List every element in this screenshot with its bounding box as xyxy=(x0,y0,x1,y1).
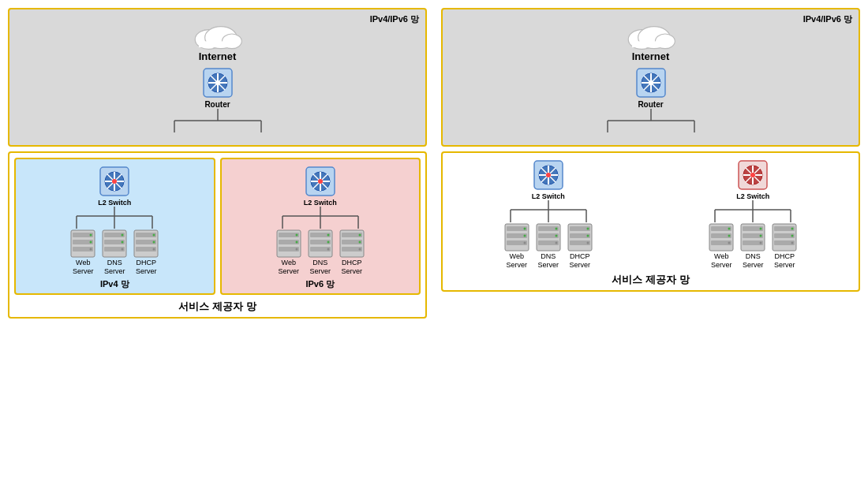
svg-point-114 xyxy=(523,242,526,244)
right-dns-server-left: DNSServer xyxy=(307,229,334,276)
server-rr2 xyxy=(739,222,766,252)
svg-point-160 xyxy=(791,235,794,237)
right-switch-icon-left xyxy=(303,164,338,199)
server-icon-r3 xyxy=(339,229,365,259)
svg-point-153 xyxy=(760,235,762,237)
right-left-dns-label: DNSServer xyxy=(537,252,559,270)
right-left-dhcp-label: DHCPServer xyxy=(569,252,590,270)
svg-point-120 xyxy=(555,235,557,237)
cloud-icon-left xyxy=(190,17,245,50)
server-rr1 xyxy=(708,222,735,252)
svg-rect-84 xyxy=(631,41,668,47)
right-left-web-server: WebServer xyxy=(503,222,530,270)
svg-point-32 xyxy=(90,241,92,244)
svg-point-161 xyxy=(791,242,794,244)
right-right-dns-label: DNSServer xyxy=(743,252,764,270)
left-switch-icon xyxy=(97,164,132,199)
right-right-l2switch-label: L2 Switch xyxy=(736,192,769,200)
svg-point-91 xyxy=(649,80,653,85)
right-internet-label: Internet xyxy=(632,50,670,62)
left-inet-label: IPv4/IPv6 망 xyxy=(370,13,419,25)
right-left-l2switch-label: L2 Switch xyxy=(532,192,565,200)
svg-point-54 xyxy=(318,179,323,184)
svg-point-10 xyxy=(215,80,220,85)
svg-point-128 xyxy=(586,242,589,244)
right-right-switch-icon xyxy=(735,158,770,192)
svg-point-73 xyxy=(327,248,329,251)
right-switch-lines-left xyxy=(265,207,376,229)
right-right-switch-lines xyxy=(698,200,808,222)
right-right-web-server: WebServer xyxy=(708,222,735,270)
right-inet-label: IPv4/IPv6 망 xyxy=(803,13,852,25)
svg-point-147 xyxy=(728,242,731,244)
right-left-switch-lines xyxy=(493,200,604,222)
left-router-label: Router xyxy=(204,100,230,109)
svg-point-47 xyxy=(153,248,155,251)
server-icon-2 xyxy=(101,229,128,259)
left-switch-lines xyxy=(59,207,170,229)
left-web-server-label: WebServer xyxy=(73,259,94,276)
svg-point-112 xyxy=(523,228,526,230)
left-dhcp-server: DHCPServer xyxy=(133,229,159,276)
svg-point-71 xyxy=(327,234,329,237)
svg-point-152 xyxy=(760,228,762,230)
left-l2switch-label: L2 Switch xyxy=(98,199,131,207)
svg-point-126 xyxy=(586,228,589,230)
left-router-lines xyxy=(139,109,297,132)
svg-point-64 xyxy=(295,234,297,237)
right-right-dhcp-server: DHCPServer xyxy=(771,222,798,270)
left-ipv4-label: IPv4 망 xyxy=(100,278,129,290)
left-dhcp-server-label: DHCPServer xyxy=(136,259,157,276)
right-router-icon xyxy=(634,65,668,100)
server-icon-1 xyxy=(69,229,96,259)
svg-point-31 xyxy=(90,234,92,237)
svg-point-79 xyxy=(358,241,361,244)
right-dhcp-server-label-left: DHCPServer xyxy=(341,259,362,276)
right-web-server-left: WebServer xyxy=(275,229,302,276)
svg-rect-3 xyxy=(198,41,235,47)
svg-point-135 xyxy=(750,173,755,177)
server-icon-r2 xyxy=(307,229,334,259)
svg-point-146 xyxy=(728,235,731,237)
left-dns-server: DNSServer xyxy=(101,229,128,276)
svg-point-33 xyxy=(90,248,92,251)
right-router-label: Router xyxy=(638,100,663,109)
svg-point-127 xyxy=(586,235,589,237)
svg-point-121 xyxy=(555,242,557,244)
right-left-dns-server: DNSServer xyxy=(535,222,562,270)
svg-point-46 xyxy=(153,241,155,244)
svg-point-119 xyxy=(555,228,557,230)
svg-point-38 xyxy=(122,234,124,237)
cloud-icon-right xyxy=(623,17,679,50)
right-dhcp-server-left: DHCPServer xyxy=(339,229,365,276)
server-rl1 xyxy=(503,222,530,252)
right-right-dhcp-label: DHCPServer xyxy=(774,252,795,270)
svg-point-159 xyxy=(791,228,794,230)
left-dns-server-label: DNSServer xyxy=(104,259,125,276)
svg-point-65 xyxy=(295,241,297,244)
svg-point-78 xyxy=(358,234,361,237)
right-dns-server-label-left: DNSServer xyxy=(309,259,331,276)
server-rl2 xyxy=(535,222,562,252)
right-right-web-label: WebServer xyxy=(711,252,732,270)
right-right-dns-server: DNSServer xyxy=(739,222,766,270)
right-left-web-label: WebServer xyxy=(506,252,527,270)
svg-point-39 xyxy=(122,241,124,244)
right-router-lines xyxy=(572,109,730,132)
server-icon-3 xyxy=(133,229,159,259)
svg-point-145 xyxy=(728,228,731,230)
right-service-label: 서비스 제공자 망 xyxy=(612,273,689,287)
svg-point-72 xyxy=(327,241,329,244)
left-service-label: 서비스 제공자 망 xyxy=(178,300,256,314)
right-web-server-label-left: WebServer xyxy=(278,259,299,276)
svg-point-102 xyxy=(546,173,551,177)
left-internet-label: Internet xyxy=(199,50,237,62)
svg-point-113 xyxy=(523,235,526,237)
server-icon-r1 xyxy=(275,229,302,259)
right-left-switch-icon xyxy=(531,158,566,192)
left-ipv6-label: IPv6 망 xyxy=(305,278,335,290)
server-rl3 xyxy=(567,222,593,252)
right-l2switch-label: L2 Switch xyxy=(304,199,337,207)
svg-point-45 xyxy=(153,234,155,237)
svg-point-80 xyxy=(358,248,361,251)
